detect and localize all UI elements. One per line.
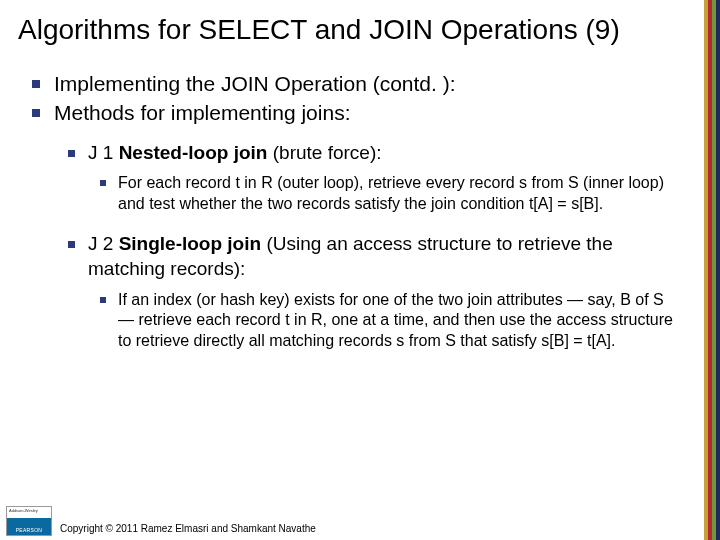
accent-stripe-green — [712, 0, 716, 540]
detail-text: For each record t in R (outer loop), ret… — [118, 174, 664, 211]
bullet-text: Methods for implementing joins: — [54, 101, 350, 124]
method-label: J 1 — [88, 142, 119, 163]
method-detail-list: For each record t in R (outer loop), ret… — [88, 173, 684, 214]
bullet-methods: Methods for implementing joins: J 1 Nest… — [18, 99, 684, 351]
accent-stripe-navy — [716, 0, 720, 540]
accent-stripe-gold — [704, 0, 708, 540]
method-j1: J 1 Nested-loop join (brute force): For … — [54, 141, 684, 215]
bullet-implementing-join: Implementing the JOIN Operation (contd. … — [18, 70, 684, 97]
bullet-text: Implementing the JOIN Operation (contd. … — [54, 72, 456, 95]
accent-stripe-red — [708, 0, 712, 540]
method-title: Single-loop join — [119, 233, 261, 254]
method-paren: (brute force): — [267, 142, 381, 163]
detail-text: If an index (or hash key) exists for one… — [118, 291, 673, 349]
copyright-footer: Copyright © 2011 Ramez Elmasri and Shamk… — [0, 523, 704, 534]
bullet-list: Implementing the JOIN Operation (contd. … — [18, 70, 684, 351]
method-label: J 2 — [88, 233, 119, 254]
methods-list: J 1 Nested-loop join (brute force): For … — [54, 141, 684, 351]
method-j2-detail: If an index (or hash key) exists for one… — [88, 290, 684, 351]
slide-body: Algorithms for SELECT and JOIN Operation… — [0, 0, 704, 540]
method-j2: J 2 Single-loop join (Using an access st… — [54, 232, 684, 351]
method-j1-detail: For each record t in R (outer loop), ret… — [88, 173, 684, 214]
method-title: Nested-loop join — [119, 142, 268, 163]
slide-title: Algorithms for SELECT and JOIN Operation… — [18, 14, 684, 46]
method-detail-list: If an index (or hash key) exists for one… — [88, 290, 684, 351]
